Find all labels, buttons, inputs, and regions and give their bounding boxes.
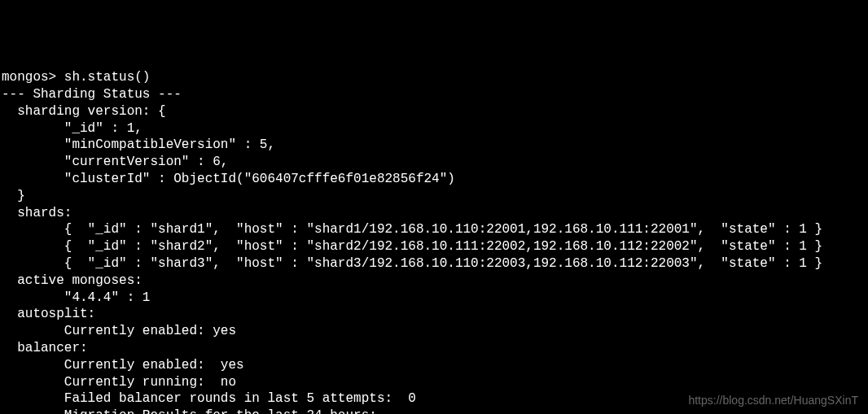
- balancer-migration-label: Migration Results for the last 24 hours:: [2, 408, 377, 414]
- shard-row-2: { "_id" : "shard2", "host" : "shard2/192…: [2, 239, 822, 254]
- autosplit-label: autosplit:: [2, 307, 95, 321]
- watermark-text: https://blog.csdn.net/HuangSXinT: [688, 393, 858, 407]
- active-mongoses-label: active mongoses:: [2, 273, 142, 288]
- command-text: sh.status(): [64, 70, 151, 85]
- shell-prompt: mongos>: [2, 70, 64, 85]
- shards-label: shards:: [2, 206, 72, 220]
- sharding-version-close: }: [2, 189, 25, 203]
- shard-row-1: { "_id" : "shard1", "host" : "shard1/192…: [2, 222, 822, 237]
- autosplit-value: Currently enabled: yes: [2, 324, 236, 338]
- output-header: --- Sharding Status ---: [2, 87, 182, 102]
- sharding-version-label: sharding version: {: [2, 104, 166, 119]
- active-mongoses-value: "4.4.4" : 1: [2, 290, 150, 305]
- balancer-failed: Failed balancer rounds in last 5 attempt…: [2, 391, 416, 406]
- sharding-version-clusterid: "clusterId" : ObjectId("606407cfffe6f01e…: [2, 172, 455, 186]
- terminal-output[interactable]: mongos> sh.status() --- Sharding Status …: [2, 69, 868, 414]
- sharding-version-mincompat: "minCompatibleVersion" : 5,: [2, 137, 275, 152]
- balancer-label: balancer:: [2, 341, 88, 355]
- sharding-version-current: "currentVersion" : 6,: [2, 155, 228, 169]
- sharding-version-id: "_id" : 1,: [2, 121, 142, 136]
- balancer-running: Currently running: no: [2, 375, 236, 390]
- balancer-enabled: Currently enabled: yes: [2, 358, 244, 373]
- shard-row-3: { "_id" : "shard3", "host" : "shard3/192…: [2, 256, 822, 271]
